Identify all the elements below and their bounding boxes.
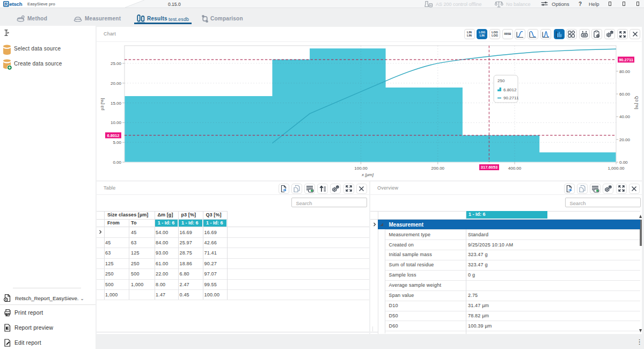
svg-text:20.00: 20.00 [619,137,631,142]
svg-text:400.00: 400.00 [508,166,522,171]
svg-text:10.00: 10.00 [111,120,122,125]
svg-text:5.00: 5.00 [113,140,121,145]
svg-text:0.00: 0.00 [113,160,121,165]
svg-text:200.00: 200.00 [431,166,445,171]
svg-text:6.8012: 6.8012 [503,88,517,92]
svg-text:90.2711: 90.2711 [503,96,519,100]
svg-text:R: R [4,1,8,6]
svg-text:25.00: 25.00 [111,61,122,66]
svg-text:317.6053: 317.6053 [481,165,497,170]
svg-text:80.00: 80.00 [619,69,631,74]
svg-text:60.00: 60.00 [619,92,631,97]
svg-text:p3 [%]: p3 [%] [100,98,105,111]
svg-text:90.2711: 90.2711 [619,57,633,62]
svg-text:Q3 [%]: Q3 [%] [634,96,639,109]
svg-text:100.00: 100.00 [354,166,368,171]
svg-text:20.00: 20.00 [111,81,122,86]
svg-text:250: 250 [497,78,505,83]
svg-text:6.8012: 6.8012 [107,133,120,138]
svg-text:1,000.00: 1,000.00 [608,166,625,171]
svg-text:0.00: 0.00 [619,160,628,165]
svg-text:40.00: 40.00 [619,114,631,119]
svg-text:15.00: 15.00 [111,101,122,106]
svg-text:etsch: etsch [9,1,22,7]
svg-text:x [µm]: x [µm] [361,172,374,177]
